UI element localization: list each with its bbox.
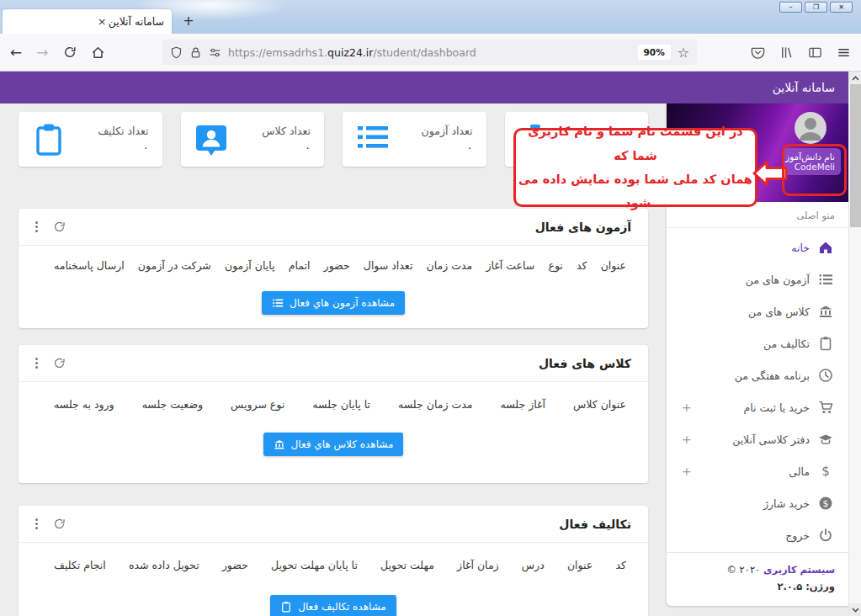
cart-icon	[818, 400, 833, 415]
tab-close-icon[interactable]: ×	[97, 15, 108, 28]
restore-button[interactable]: ❐	[805, 2, 827, 13]
back-icon[interactable]: ←	[10, 44, 22, 61]
menu-hamburger-icon[interactable]	[837, 45, 851, 60]
library-icon[interactable]	[779, 45, 794, 60]
refresh-icon[interactable]	[53, 518, 66, 530]
sidebar-item-financial[interactable]: $ مالی +	[667, 455, 848, 487]
annotation-highlight-ring	[782, 144, 847, 196]
column-header: کد	[615, 559, 626, 571]
stat-value: ۰	[262, 141, 311, 154]
refresh-icon[interactable]	[53, 357, 66, 369]
sidebar-item-online-classbook[interactable]: دفتر کلاسی آنلاین +	[667, 423, 848, 455]
refresh-icon[interactable]	[53, 220, 66, 233]
url-bar[interactable]: https://emsadrhs1.quiz24.ir/student/dash…	[162, 40, 697, 65]
dollar-circle-icon: $	[818, 496, 833, 511]
clipboard-icon	[280, 601, 292, 613]
expand-plus-icon[interactable]: +	[682, 401, 692, 414]
svg-text:$: $	[821, 464, 830, 479]
app-header: سامانه آنلاین	[0, 72, 848, 104]
column-header: آغاز جلسه	[500, 398, 545, 411]
column-header: تعداد سوال	[364, 259, 413, 272]
view-active-classes-button[interactable]: مشاهده کلاس هاي فعال	[263, 433, 404, 456]
avatar	[795, 112, 826, 144]
annotation-line: همان کد ملی شما بوده نمایش داده می شود.	[516, 167, 755, 215]
zoom-level-badge[interactable]: 90%	[638, 45, 671, 60]
window-titlebar: – ❐ ✕ × سامانه آنلاین +	[0, 0, 861, 34]
column-header: ورود به جلسه	[54, 398, 114, 411]
table-header-row: عنوان کلاسآغاز جلسهمدت زمان جلسهتا پایان…	[19, 382, 648, 426]
column-header: زمان آغاز	[457, 559, 499, 571]
column-header: درس	[522, 559, 545, 571]
sidebar-item-my-classes[interactable]: کلاس های من	[667, 295, 848, 327]
sidebar-item-home[interactable]: خانه	[667, 231, 848, 263]
stat-value: ۰	[98, 141, 148, 154]
page-viewport: سامانه آنلاین نام دانش‌آموز CodeMeli منو…	[0, 72, 848, 616]
browser-toolbar: ← → https://emsadrhs1.quiz24.ir/student/…	[0, 34, 861, 72]
stat-label: تعداد آزمون	[422, 125, 473, 137]
version-line: ورژن: ۲.۰.۵	[680, 578, 835, 596]
view-active-assignments-button[interactable]: مشاهده تکالیف فعال	[270, 595, 396, 616]
window-controls: – ❐ ✕	[779, 2, 853, 13]
scroll-up-icon[interactable]	[849, 72, 861, 84]
column-header: ارسال پاسخنامه	[54, 259, 125, 272]
brand-link[interactable]: سیستم کاربری	[763, 564, 835, 576]
sidebar-item-label: آزمون های من	[746, 273, 810, 286]
sidebar-item-label: خرید یا ثبت نام	[744, 401, 810, 414]
page-scrollbar[interactable]	[848, 72, 861, 616]
sidebar-item-my-assignments[interactable]: تکالیف من	[667, 327, 848, 359]
panel-active-assignments: تکالیف فعال کدعنواندرسزمان آغازمهلت تحوی…	[19, 506, 648, 616]
url-text[interactable]: https://emsadrhs1.quiz24.ir/student/dash…	[228, 46, 631, 59]
list-icon	[818, 272, 833, 287]
sidebar-item-logout[interactable]: خروج	[667, 519, 848, 551]
sidebar-footer: سیستم کاربری ۲۰۲۰ © ورژن: ۲.۰.۵	[667, 552, 848, 606]
power-icon	[818, 528, 833, 543]
column-header: نوع سرویس	[231, 398, 284, 411]
dollar-icon: $	[818, 464, 833, 479]
sidebar-toggle-icon[interactable]	[808, 45, 822, 60]
sidebar-item-label: خرید شارژ	[763, 497, 810, 510]
column-header: مدت زمان	[427, 259, 473, 272]
kebab-menu-icon[interactable]	[35, 362, 38, 364]
person-badge-icon	[194, 123, 228, 157]
sidebar-item-purchase-register[interactable]: خرید یا ثبت نام +	[667, 391, 848, 423]
sidebar-item-buy-credit[interactable]: $ خرید شارژ	[667, 487, 848, 519]
permissions-icon[interactable]	[209, 46, 221, 59]
sidebar-item-my-exams[interactable]: آزمون های من	[667, 263, 848, 295]
column-header: اتمام	[289, 259, 311, 272]
stat-card-classes: تعداد کلاس ۰	[181, 112, 325, 167]
bank-icon	[274, 438, 285, 450]
sidebar-item-label: خروج	[785, 529, 810, 542]
shield-icon[interactable]	[170, 46, 183, 59]
panel-active-classes: کلاس های فعال عنوان کلاسآغاز جلسهمدت زما…	[19, 345, 648, 483]
kebab-menu-icon[interactable]	[35, 226, 38, 228]
forward-icon[interactable]: →	[36, 44, 48, 61]
minimize-button[interactable]: –	[779, 2, 802, 13]
column-header: مهلت تحویل	[380, 559, 434, 571]
list-icon	[272, 297, 284, 309]
column-header: تا پایان مهلت تحویل	[271, 559, 358, 571]
expand-plus-icon[interactable]: +	[682, 465, 692, 478]
lock-icon[interactable]	[189, 46, 202, 59]
pocket-icon[interactable]	[751, 45, 765, 60]
reload-icon[interactable]	[63, 45, 77, 59]
home-icon[interactable]	[91, 45, 105, 60]
stat-label: تعداد کلاس	[262, 125, 311, 137]
column-header: پایان آزمون	[225, 259, 275, 272]
scrollbar-thumb[interactable]	[850, 84, 861, 227]
bookmark-star-icon[interactable]: ☆	[678, 45, 689, 61]
sidebar-item-label: تکالیف من	[763, 337, 810, 350]
clock-icon	[818, 368, 833, 383]
list-icon	[356, 123, 390, 157]
kebab-menu-icon[interactable]	[35, 523, 38, 525]
view-active-exams-button[interactable]: مشاهده آزمون هاي فعال	[262, 291, 405, 315]
sidebar-item-weekly-schedule[interactable]: برنامه هفتگی من	[667, 359, 848, 391]
close-button[interactable]: ✕	[830, 2, 853, 13]
scroll-down-icon[interactable]	[849, 603, 861, 616]
browser-tab[interactable]: × سامانه آنلاین	[3, 9, 172, 34]
new-tab-button[interactable]: +	[179, 12, 198, 30]
expand-plus-icon[interactable]: +	[682, 433, 692, 446]
column-header: شرکت در آزمون	[138, 259, 211, 272]
svg-text:$: $	[823, 498, 829, 509]
column-header: تا پایان جلسه	[312, 398, 370, 411]
stat-label: تعداد تکلیف	[98, 125, 148, 137]
